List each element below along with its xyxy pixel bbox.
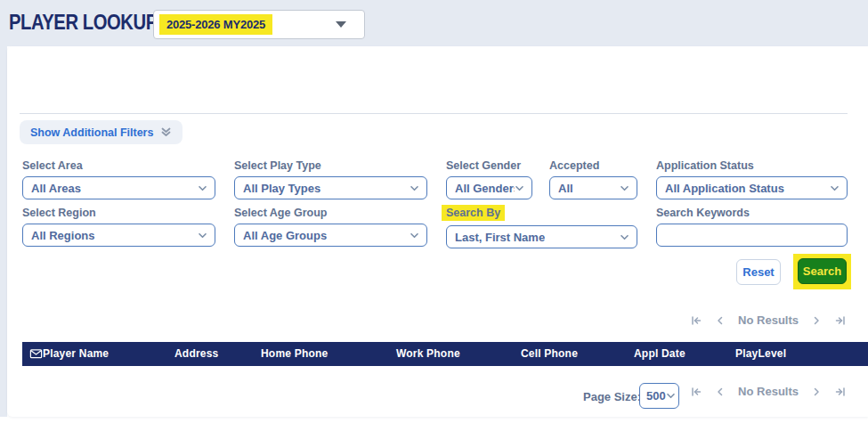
select-value: Last, First Name: [455, 231, 545, 244]
select-play-type-dropdown[interactable]: All Play Types: [234, 176, 427, 199]
previous-page-icon[interactable]: [715, 386, 726, 397]
page-size-value: 500: [646, 389, 666, 403]
search-keywords-input[interactable]: [656, 224, 848, 247]
filter-card: Show Additional Filters Select Area All …: [7, 46, 868, 417]
chevron-down-icon: [830, 183, 840, 193]
first-page-icon[interactable]: [690, 314, 702, 327]
application-status-dropdown[interactable]: All Application Status: [656, 176, 848, 199]
show-additional-filters-label: Show Additional Filters: [30, 126, 153, 139]
search-by-dropdown[interactable]: Last, First Name: [446, 225, 637, 248]
field-application-status: Application Status All Application Statu…: [656, 157, 848, 199]
reset-button[interactable]: Reset: [736, 259, 781, 285]
search-by-label-highlighted: Search By: [442, 205, 505, 221]
page-size-select[interactable]: 500: [639, 383, 679, 409]
field-search-by: Search By Last, First Name: [446, 204, 637, 248]
chevron-down-icon: [410, 231, 419, 240]
field-search-keywords: Search Keywords: [656, 204, 848, 247]
select-value: All Play Types: [243, 182, 320, 195]
field-select-region: Select Region All Regions: [22, 204, 215, 247]
select-region-dropdown[interactable]: All Regions: [22, 224, 215, 247]
season-select-value: 2025-2026 MY2025: [159, 14, 272, 35]
chevron-down-icon: [620, 232, 629, 242]
field-select-area: Select Area All Areas: [22, 157, 215, 199]
select-area-dropdown[interactable]: All Areas: [22, 176, 215, 199]
chevron-down-icon: [515, 183, 524, 193]
select-gender-dropdown[interactable]: All Genders: [446, 176, 532, 199]
select-value: All Application Status: [665, 182, 784, 195]
search-button[interactable]: Search: [798, 258, 847, 284]
select-value: All Genders: [455, 182, 515, 195]
next-page-icon[interactable]: [811, 386, 822, 397]
column-appl-date: Appl Date: [634, 347, 685, 360]
accepted-dropdown[interactable]: All: [549, 176, 637, 199]
field-select-play-type: Select Play Type All Play Types: [234, 157, 427, 199]
select-age-group-dropdown[interactable]: All Age Groups: [234, 224, 427, 247]
column-address: Address: [174, 347, 218, 360]
results-table-header: Player Name Address Home Phone Work Phon…: [22, 342, 868, 366]
field-label: Application Status: [656, 159, 754, 172]
show-additional-filters-button[interactable]: Show Additional Filters: [20, 120, 183, 144]
last-page-icon[interactable]: [834, 386, 847, 398]
column-home-phone: Home Phone: [261, 347, 328, 360]
select-value: All Regions: [31, 229, 95, 242]
select-value: All Areas: [31, 182, 81, 195]
chevron-down-icon: [198, 231, 207, 240]
field-label: Select Area: [22, 159, 83, 172]
double-chevron-down-icon: [160, 126, 172, 138]
select-value: All: [558, 182, 573, 195]
field-label: Select Gender: [446, 159, 521, 172]
column-player-name: Player Name: [43, 347, 109, 360]
page-title: PLAYER LOOKUP: [9, 11, 158, 35]
field-label: Search Keywords: [656, 207, 750, 219]
previous-page-icon[interactable]: [715, 315, 726, 326]
envelope-icon: [29, 347, 43, 360]
pagination-status: No Results: [738, 313, 799, 327]
column-play-level: PlayLevel: [735, 347, 786, 360]
divider: [20, 113, 848, 114]
player-lookup-page: PLAYER LOOKUP 2025-2026 MY2025 Show Addi…: [0, 0, 868, 423]
column-cell-phone: Cell Phone: [521, 347, 578, 360]
field-select-age-group: Select Age Group All Age Groups: [234, 204, 427, 247]
field-label: Select Play Type: [234, 159, 321, 172]
caret-down-icon: [336, 21, 346, 28]
page-size-label: Page Size:: [583, 390, 641, 403]
pagination-status: No Results: [738, 385, 799, 398]
field-select-gender: Select Gender All Genders: [446, 157, 532, 199]
next-page-icon[interactable]: [811, 315, 822, 326]
season-select[interactable]: 2025-2026 MY2025: [153, 10, 365, 39]
last-page-icon[interactable]: [834, 314, 847, 327]
first-page-icon[interactable]: [690, 386, 702, 398]
field-accepted: Accepted All: [549, 157, 637, 199]
results-pagination-bottom: No Results: [690, 385, 847, 398]
field-label: Select Age Group: [234, 207, 327, 219]
chevron-down-icon: [620, 183, 629, 193]
field-label: Accepted: [549, 159, 599, 172]
results-pagination-top: No Results: [690, 313, 847, 327]
field-label: Select Region: [22, 207, 96, 219]
left-gutter: [0, 46, 7, 417]
chevron-down-icon: [198, 183, 207, 193]
chevron-down-icon: [410, 183, 419, 193]
select-value: All Age Groups: [243, 229, 327, 242]
search-button-highlight: Search: [793, 254, 851, 289]
chevron-down-icon: [666, 391, 676, 401]
column-work-phone: Work Phone: [396, 347, 460, 360]
